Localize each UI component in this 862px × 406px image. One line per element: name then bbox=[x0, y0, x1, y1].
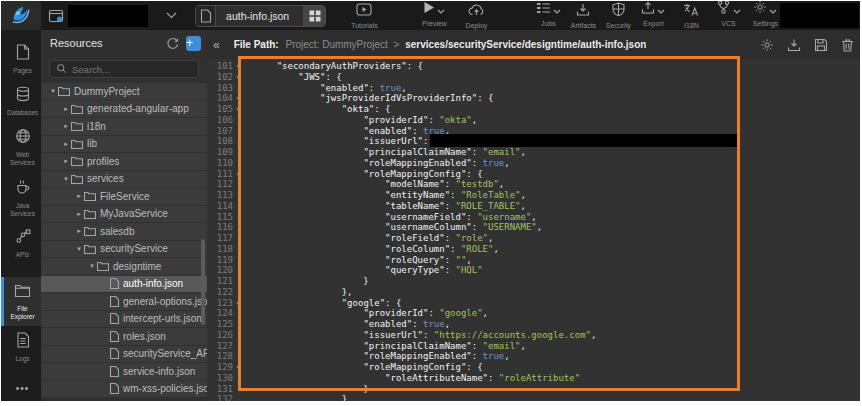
fold-caret-empty bbox=[233, 201, 242, 212]
preview-chevron-down-icon[interactable] bbox=[437, 1, 445, 18]
resources-scrollbar[interactable] bbox=[201, 239, 205, 325]
editor-settings-gear-icon[interactable] bbox=[760, 38, 774, 52]
settings-chevron-down-icon[interactable] bbox=[769, 1, 777, 18]
fold-caret-empty bbox=[233, 276, 242, 287]
line-number: 129 bbox=[209, 362, 233, 373]
breadcrumb: File Path: Project: DummyProject > servi… bbox=[234, 39, 647, 50]
databases-icon bbox=[15, 86, 31, 106]
code-text: "entityName": "RoleTable", bbox=[242, 190, 526, 201]
tree-item-generated-angular-app[interactable]: ▸generated-angular-app bbox=[41, 101, 207, 118]
sidebar-item-logs[interactable]: Logs bbox=[1, 326, 41, 368]
fold-caret-icon[interactable]: ▾ bbox=[233, 169, 242, 180]
activity-bar: PagesDatabasesWebServicesJavaServicesAPI… bbox=[1, 30, 41, 401]
jobs-chevron-down-icon[interactable] bbox=[553, 1, 561, 18]
caret-right-icon[interactable]: ▸ bbox=[74, 227, 84, 235]
open-file-tab[interactable]: auth-info.json bbox=[216, 6, 303, 26]
editor-column: « File Path: Project: DummyProject > ser… bbox=[207, 30, 860, 401]
tree-item-securityService[interactable]: ▾securityService bbox=[41, 241, 207, 258]
line-number: 112 bbox=[209, 179, 233, 190]
tree-item-MyJavaService[interactable]: ▸MyJavaService bbox=[41, 206, 207, 223]
tree-item-auth-info.json[interactable]: auth-info.json bbox=[41, 276, 207, 293]
caret-right-icon[interactable]: ▸ bbox=[61, 122, 71, 130]
fold-caret-icon[interactable]: ▾ bbox=[233, 298, 242, 309]
fold-caret-icon[interactable]: ▾ bbox=[233, 362, 242, 373]
line-number-gutter: 109 bbox=[207, 147, 242, 158]
security-button[interactable]: Security bbox=[604, 2, 632, 29]
fold-caret-icon[interactable]: ▾ bbox=[233, 93, 242, 104]
caret-right-icon[interactable]: ▸ bbox=[74, 210, 84, 218]
tree-item-securityService_API.json[interactable]: securityService_API.json bbox=[41, 346, 207, 363]
caret-down-icon[interactable]: ▾ bbox=[48, 87, 58, 95]
sidebar-item-java-services[interactable]: JavaServices bbox=[1, 173, 41, 223]
tree-item-roles.json[interactable]: roles.json bbox=[41, 328, 207, 345]
sidebar-item-web-services[interactable]: WebServices bbox=[1, 122, 41, 172]
search-input[interactable] bbox=[72, 64, 192, 75]
caret-right-icon[interactable]: ▸ bbox=[61, 105, 71, 113]
export-button[interactable]: Export bbox=[639, 5, 667, 27]
code-line: 111▾ "roleMappingConfig": { bbox=[207, 169, 860, 180]
tree-item-i18n[interactable]: ▸i18n bbox=[41, 118, 207, 135]
tree-item-profiles[interactable]: ▸profiles bbox=[41, 153, 207, 170]
caret-down-icon[interactable]: ▾ bbox=[74, 245, 84, 253]
i18n-button[interactable]: I18N bbox=[677, 2, 705, 29]
add-resource-button[interactable]: + bbox=[186, 36, 201, 51]
download-file-icon[interactable] bbox=[787, 38, 801, 52]
fold-caret-icon[interactable]: ▾ bbox=[233, 104, 242, 115]
artifacts-button[interactable]: Artifacts bbox=[569, 2, 597, 29]
wavemaker-logo[interactable] bbox=[1, 1, 41, 30]
tree-item-services[interactable]: ▾services bbox=[41, 171, 207, 188]
grid-icon[interactable] bbox=[303, 6, 325, 26]
deploy-button[interactable]: Deploy bbox=[462, 2, 490, 29]
tree-item-lib[interactable]: ▸lib bbox=[41, 136, 207, 153]
save-file-icon[interactable] bbox=[814, 38, 828, 52]
refresh-icon[interactable] bbox=[166, 37, 179, 50]
code-editor[interactable]: 101▾ "secondaryAuthProviders": {102▾ "JW… bbox=[207, 59, 860, 401]
fold-caret-empty bbox=[233, 212, 242, 223]
project-chevron-down-icon[interactable] bbox=[166, 12, 177, 19]
line-number-gutter: 117 bbox=[207, 233, 242, 244]
tree-item-wm-xss-policies.json[interactable]: wm-xss-policies.json bbox=[41, 381, 207, 398]
file-icon bbox=[110, 366, 119, 377]
caret-right-icon[interactable]: ▸ bbox=[74, 192, 84, 200]
wavemaker-logo-icon bbox=[10, 3, 32, 29]
fold-caret-icon[interactable]: ▾ bbox=[233, 72, 242, 83]
export-chevron-down-icon[interactable] bbox=[657, 1, 665, 18]
tree-item-FileService[interactable]: ▸FileService bbox=[41, 188, 207, 205]
folder-icon bbox=[71, 104, 83, 114]
tree-item-DummyProject[interactable]: ▾DummyProject bbox=[41, 83, 207, 100]
tree-item-intercept-urls.json[interactable]: intercept-urls.json bbox=[41, 311, 207, 328]
caret-down-icon[interactable]: ▾ bbox=[61, 175, 71, 183]
sidebar-item-more[interactable]: ••• bbox=[1, 372, 41, 401]
caret-down-icon[interactable]: ▾ bbox=[87, 262, 97, 270]
delete-file-icon[interactable] bbox=[841, 38, 854, 52]
caret-right-icon[interactable]: ▸ bbox=[61, 140, 71, 148]
sidebar-item-file-explorer[interactable]: FileExplorer bbox=[1, 277, 41, 326]
line-number-gutter: 104▾ bbox=[207, 93, 242, 104]
caret-right-icon[interactable]: ▸ bbox=[61, 157, 71, 165]
vcs-chevron-down-icon[interactable] bbox=[733, 1, 741, 18]
fold-caret-icon[interactable]: ▾ bbox=[233, 61, 242, 72]
logs-icon bbox=[16, 332, 30, 352]
sidebar-item-apis[interactable]: APIs bbox=[1, 223, 41, 264]
search-box[interactable] bbox=[49, 60, 199, 78]
preview-button[interactable]: Preview bbox=[420, 5, 448, 27]
line-number-gutter: 111▾ bbox=[207, 169, 242, 180]
tree-item-salesdb[interactable]: ▸salesdb bbox=[41, 223, 207, 240]
jobs-button[interactable]: Jobs bbox=[534, 5, 562, 27]
code-line: 124 "providerId": "google", bbox=[207, 308, 860, 319]
tree-item-designtime[interactable]: ▾designtime bbox=[41, 258, 207, 275]
code-text: "enabled": true, bbox=[242, 126, 450, 137]
code-text: "roleColumn": "ROLE", bbox=[242, 244, 499, 255]
vcs-button[interactable]: VCS bbox=[714, 5, 742, 27]
tree-item-general-options.json[interactable]: general-options.json bbox=[41, 293, 207, 310]
file-icon bbox=[110, 331, 119, 342]
sidebar-item-databases[interactable]: Databases bbox=[1, 80, 41, 122]
project-icon[interactable] bbox=[48, 8, 64, 24]
settings-button[interactable]: Settings bbox=[751, 5, 779, 27]
sidebar-item-pages[interactable]: Pages bbox=[1, 38, 41, 80]
tree-item-service-info.json[interactable]: service-info.json bbox=[41, 363, 207, 380]
tutorials-button[interactable]: Tutorials bbox=[350, 2, 378, 29]
fold-caret-empty bbox=[233, 351, 242, 362]
collapse-panel-icon[interactable]: « bbox=[209, 38, 224, 52]
line-number: 108 bbox=[209, 136, 233, 147]
